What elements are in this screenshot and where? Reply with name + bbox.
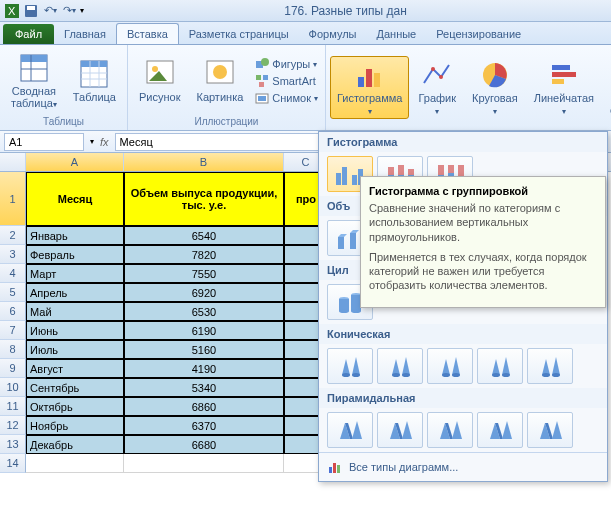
tab-data[interactable]: Данные xyxy=(366,24,426,44)
svg-rect-98 xyxy=(329,467,332,473)
dd-section-cone: Коническая xyxy=(319,324,607,344)
line-chart-button[interactable]: График▾ xyxy=(411,56,463,120)
tab-file[interactable]: Файл xyxy=(3,24,54,44)
group-illus-label: Иллюстрации xyxy=(132,115,321,128)
chart-opt-pyramid-3[interactable] xyxy=(477,412,523,448)
chart-opt-cone-1[interactable] xyxy=(377,348,423,384)
svg-marker-81 xyxy=(552,357,560,375)
row-header-13[interactable]: 13 xyxy=(0,435,26,454)
row-header-9[interactable]: 9 xyxy=(0,359,26,378)
svg-rect-55 xyxy=(350,233,356,249)
cell-A7[interactable]: Июнь xyxy=(26,321,124,340)
chart-opt-pyramid-2[interactable] xyxy=(427,412,473,448)
chart-opt-cone-3[interactable] xyxy=(477,348,523,384)
chart-opt-cone-4[interactable] xyxy=(527,348,573,384)
svg-rect-28 xyxy=(374,73,380,87)
cell-B3[interactable]: 7820 xyxy=(124,245,284,264)
area-chart-button[interactable]: С областями xyxy=(603,56,611,119)
row-header-5[interactable]: 5 xyxy=(0,283,26,302)
row-header-10[interactable]: 10 xyxy=(0,378,26,397)
cell-B14[interactable] xyxy=(124,454,284,473)
screenshot-button[interactable]: Снимок▾ xyxy=(252,90,321,106)
picture-button[interactable]: Рисунок xyxy=(132,55,188,106)
svg-marker-91 xyxy=(452,421,462,439)
cell-B11[interactable]: 6860 xyxy=(124,397,284,416)
cell-A9[interactable]: Август xyxy=(26,359,124,378)
column-chart-button[interactable]: Гистограмма▾ xyxy=(330,56,410,120)
tab-review[interactable]: Рецензирование xyxy=(426,24,531,44)
redo-icon[interactable]: ↷▾ xyxy=(61,3,77,19)
row-header-8[interactable]: 8 xyxy=(0,340,26,359)
cell-B1[interactable]: Объем выпуса продукции, тыс. у.е. xyxy=(124,172,284,226)
all-chart-types-button[interactable]: Все типы диаграмм... xyxy=(319,452,607,481)
svg-point-70 xyxy=(402,373,410,377)
row-header-2[interactable]: 2 xyxy=(0,226,26,245)
cell-A14[interactable] xyxy=(26,454,124,473)
chart-opt-pyramid-4[interactable] xyxy=(527,412,573,448)
undo-icon[interactable]: ↶▾ xyxy=(42,3,58,19)
svg-rect-42 xyxy=(388,167,394,175)
cell-B13[interactable]: 6680 xyxy=(124,435,284,454)
cell-A6[interactable]: Май xyxy=(26,302,124,321)
cell-A4[interactable]: Март xyxy=(26,264,124,283)
cell-B2[interactable]: 6540 xyxy=(124,226,284,245)
chart-opt-cone-0[interactable] xyxy=(327,348,373,384)
cell-A2[interactable]: Январь xyxy=(26,226,124,245)
chart-opt-cone-2[interactable] xyxy=(427,348,473,384)
cell-B8[interactable]: 5160 xyxy=(124,340,284,359)
pivot-table-button[interactable]: Сводная таблица▾ xyxy=(4,49,64,113)
pivot-label: Сводная таблица▾ xyxy=(11,85,57,110)
pie-chart-button[interactable]: Круговая▾ xyxy=(465,56,525,120)
tab-layout[interactable]: Разметка страницы xyxy=(179,24,299,44)
row-header-3[interactable]: 3 xyxy=(0,245,26,264)
svg-point-66 xyxy=(352,373,360,377)
cell-A1[interactable]: Месяц xyxy=(26,172,124,226)
svg-marker-88 xyxy=(402,421,412,439)
svg-marker-97 xyxy=(552,421,562,439)
namebox-dropdown-icon[interactable]: ▾ xyxy=(90,137,94,146)
col-header-B[interactable]: B xyxy=(124,153,284,171)
cell-A8[interactable]: Июль xyxy=(26,340,124,359)
clipart-button[interactable]: Картинка xyxy=(189,55,250,106)
cell-A10[interactable]: Сентябрь xyxy=(26,378,124,397)
shapes-button[interactable]: Фигуры▾ xyxy=(252,56,321,72)
tab-formulas[interactable]: Формулы xyxy=(299,24,367,44)
fx-icon[interactable]: fx xyxy=(100,136,109,148)
save-icon[interactable] xyxy=(23,3,39,19)
table-button[interactable]: Таблица xyxy=(66,55,123,106)
cell-B4[interactable]: 7550 xyxy=(124,264,284,283)
row-header-11[interactable]: 11 xyxy=(0,397,26,416)
row-header-4[interactable]: 4 xyxy=(0,264,26,283)
select-all-corner[interactable] xyxy=(0,153,26,171)
cell-B5[interactable]: 6920 xyxy=(124,283,284,302)
row-header-12[interactable]: 12 xyxy=(0,416,26,435)
cell-B10[interactable]: 5340 xyxy=(124,378,284,397)
smartart-button[interactable]: SmartArt xyxy=(252,73,321,89)
group-illustrations: Рисунок Картинка Фигуры▾ SmartArt Снимок… xyxy=(128,45,326,130)
svg-point-76 xyxy=(492,373,500,377)
table-label: Таблица xyxy=(73,91,116,103)
cell-A13[interactable]: Декабрь xyxy=(26,435,124,454)
tab-insert[interactable]: Вставка xyxy=(116,23,179,44)
svg-marker-71 xyxy=(442,359,450,375)
cell-A12[interactable]: Ноябрь xyxy=(26,416,124,435)
cell-B7[interactable]: 6190 xyxy=(124,321,284,340)
cell-A5[interactable]: Апрель xyxy=(26,283,124,302)
cell-B6[interactable]: 6530 xyxy=(124,302,284,321)
chart-opt-pyramid-1[interactable] xyxy=(377,412,423,448)
cell-A3[interactable]: Февраль xyxy=(26,245,124,264)
col-header-A[interactable]: A xyxy=(26,153,124,171)
tab-home[interactable]: Главная xyxy=(54,24,116,44)
name-box[interactable]: A1 xyxy=(4,133,84,151)
row-header-1[interactable]: 1 xyxy=(0,172,26,226)
chart-opt-pyramid-0[interactable] xyxy=(327,412,373,448)
bar-chart-button[interactable]: Линейчатая▾ xyxy=(527,56,601,120)
svg-point-64 xyxy=(342,373,350,377)
cell-B9[interactable]: 4190 xyxy=(124,359,284,378)
cell-A11[interactable]: Октябрь xyxy=(26,397,124,416)
cell-B12[interactable]: 6370 xyxy=(124,416,284,435)
svg-point-30 xyxy=(439,75,443,79)
row-header-7[interactable]: 7 xyxy=(0,321,26,340)
row-header-14[interactable]: 14 xyxy=(0,454,26,473)
row-header-6[interactable]: 6 xyxy=(0,302,26,321)
